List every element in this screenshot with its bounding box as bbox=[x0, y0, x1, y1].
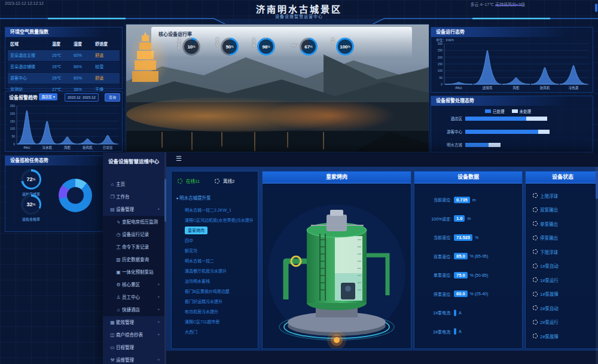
progress-ring: 67% bbox=[300, 38, 318, 56]
sidebar-item-核心景区[interactable]: ⚙核心景区˅ bbox=[103, 279, 164, 291]
query-button[interactable]: 查询 bbox=[105, 93, 120, 102]
device-data-unit: A bbox=[459, 311, 462, 315]
table-row: 游客中心26℃60%舒适 bbox=[8, 73, 120, 84]
sidebar-item-运维管理[interactable]: ⚒运维管理˅ bbox=[103, 354, 164, 364]
gear-status-icon bbox=[533, 221, 538, 226]
gear-status-icon bbox=[533, 249, 538, 254]
tree-item[interactable]: 明水古城一控二2.2KW_1 bbox=[172, 205, 258, 215]
chart-label: 100 bbox=[10, 127, 16, 130]
device-data-label: 双泵液位: bbox=[418, 253, 454, 259]
chevron-down-icon: ▾ bbox=[53, 95, 55, 99]
bar-track bbox=[465, 143, 582, 147]
device-data-label: 100%设定: bbox=[418, 216, 454, 222]
tree-item[interactable]: 明水古城一控二 bbox=[172, 256, 258, 266]
device-status-item: 停泵输出 bbox=[533, 234, 558, 241]
inspection-stat-label: 巡检合格率 bbox=[11, 216, 51, 222]
caret-down-icon: ▾ bbox=[176, 197, 178, 200]
sidebar-item-快捷酒店[interactable]: ⌂快捷酒店˅ bbox=[103, 304, 164, 316]
tree-item[interactable]: 布坊机房污水提升 bbox=[172, 307, 258, 317]
device-data-row: 100%设定:1.0m bbox=[418, 215, 471, 223]
sidebar-menu: ⌂主页❐工作台▤设备管理˄ϟ变配电房低压监测◷设备运行记录工命令下发记录▥历史数… bbox=[103, 178, 164, 364]
gear-status-icon bbox=[533, 235, 538, 240]
device-status-header: 设备状态 bbox=[526, 172, 598, 183]
tree-root[interactable]: ▾ 明水古城提升泵 bbox=[176, 194, 211, 201]
sidebar-item-设备运行记录[interactable]: ◷设备运行记录 bbox=[103, 228, 164, 241]
date-range-input[interactable]: 2023.12 2023.12 bbox=[65, 93, 99, 102]
device-data-unit: % (25-40) bbox=[470, 292, 489, 296]
cell-area: 亚朵酒店主楼 bbox=[10, 50, 52, 61]
device-data-unit: % (85-95) bbox=[470, 254, 489, 258]
run-trend-panel: 设备运行态势 单位：KW/h 050100150200250300PAU送排风风… bbox=[431, 27, 593, 93]
sidebar-item-工作台[interactable]: ❐工作台 bbox=[103, 191, 164, 203]
chart-label: 冷水机 bbox=[42, 145, 52, 150]
cell-area: 亚朵酒店辅楼 bbox=[10, 62, 52, 72]
device-status-label: 单泵输出 bbox=[540, 221, 558, 227]
device-data-label: 当前液位: bbox=[418, 234, 454, 240]
device-status-label: 上限浮球 bbox=[540, 192, 558, 199]
tree-item[interactable]: 鲜花坊 bbox=[172, 246, 258, 256]
sidebar-item-主页[interactable]: ⌂主页 bbox=[103, 178, 164, 191]
chart-label: PAU bbox=[23, 146, 30, 149]
device-data-row: 停泵液位:60.0% (25-40) bbox=[418, 290, 488, 298]
run-record-icon: ◷ bbox=[115, 228, 122, 241]
alarm-trend-chart: 050100150200250PAU冷水机风柜新风机日常巡 bbox=[7, 103, 121, 151]
tree-item[interactable]: 大西门 bbox=[172, 327, 258, 337]
device-data-unit: % (50-85) bbox=[470, 273, 489, 277]
sidebar-item-变配电房低压监测[interactable]: ϟ变配电房低压监测 bbox=[103, 216, 164, 228]
column-header: 舒适度 bbox=[95, 39, 122, 50]
sidebar-item-商户综合抄表[interactable]: ◫商户综合抄表˅ bbox=[103, 329, 164, 341]
tree-item[interactable]: 清照C区711超市旁 bbox=[172, 317, 258, 327]
core-gauge: 输送泵50% bbox=[215, 38, 239, 56]
sidebar-item-命令下发记录[interactable]: 工命令下发记录 bbox=[103, 241, 164, 253]
tree-item[interactable]: 四中 bbox=[172, 235, 258, 246]
pump-station-panel: 皇家烤肉 bbox=[262, 171, 411, 349]
sidebar-item-设备管理[interactable]: ▤设备管理˄ bbox=[103, 203, 164, 216]
table-row: 亚朵酒店主楼26℃60%舒适 bbox=[8, 50, 120, 61]
gauge-label: PAU bbox=[292, 44, 298, 47]
gauge-label: 输送泵 bbox=[215, 38, 219, 47]
chevron-down-icon: ˅ bbox=[157, 291, 160, 304]
core-gauge: 冷热源98% bbox=[252, 38, 275, 56]
device-data-row: 当前液位:0.735m bbox=[418, 195, 476, 204]
sidebar-item-历史数据查询[interactable]: ▥历史数据查询 bbox=[103, 253, 164, 266]
page-scrollbar-thumb[interactable] bbox=[595, 4, 597, 12]
sidebar-item-label: 日程管理 bbox=[116, 341, 134, 354]
sidebar-item-日程管理[interactable]: ▭日程管理 bbox=[103, 341, 164, 354]
device-status-item: 1#泵自动 bbox=[533, 262, 559, 270]
device-data-value bbox=[454, 328, 456, 335]
device-data-value: 60.0 bbox=[454, 290, 468, 297]
chart-label: 250 bbox=[438, 48, 443, 52]
app-content: 在线11 离线2 ▾ 明水古城提升泵 明水古城一控二2.2KW_1清照C区河边机… bbox=[166, 167, 598, 364]
content-scrollbar[interactable] bbox=[596, 167, 598, 364]
sidebar-item-能效管理[interactable]: ▦能效管理˅ bbox=[103, 316, 164, 329]
online-status: 在线11 bbox=[178, 178, 200, 184]
tree-item[interactable]: 衙门B区黑桃炒鸡旁边屋 bbox=[172, 286, 258, 296]
person-icon: ♙ bbox=[115, 291, 122, 304]
column-header: 湿度 bbox=[74, 39, 95, 50]
device-data-label: 2#泵电流: bbox=[418, 329, 454, 335]
workbench-icon: ❐ bbox=[109, 191, 116, 203]
window-footer bbox=[166, 351, 598, 364]
pump-station-header: 皇家烤肉 bbox=[263, 172, 411, 183]
alarm-handle-title: 设备报警处理态势 bbox=[431, 96, 593, 106]
device-status-label: 2#泵运行 bbox=[540, 319, 559, 325]
scenic-photo: 核心设备运行率 送排风机10%输送泵50%冷热源98%PAU67%电梯100% bbox=[126, 24, 429, 152]
device-data-unit: m bbox=[472, 198, 476, 202]
tree-item[interactable]: 冶坊明水客栈 bbox=[172, 276, 258, 286]
gear-icon: ⚙ bbox=[115, 279, 122, 291]
station-tree-panel: 在线11 离线2 ▾ 明水古城提升泵 明水古城一控二2.2KW_1清照C区河边机… bbox=[171, 171, 258, 349]
sidebar: 设备设施智慧运维中心 ⌂主页❐工作台▤设备管理˄ϟ变配电房低压监测◷设备运行记录… bbox=[103, 152, 166, 364]
alarm-handle-legend: 已处理未处理 bbox=[485, 108, 531, 114]
table-header: 区域温度湿度舒适度 bbox=[8, 39, 120, 50]
sidebar-title: 设备设施智慧运维中心 bbox=[108, 157, 159, 164]
tree-item[interactable]: 清照C区河边机房(水世界旁)污水提升 bbox=[172, 215, 258, 225]
progress-ring: 98% bbox=[257, 38, 275, 56]
tree-item[interactable]: 衙门好运糕污水提升 bbox=[172, 296, 258, 307]
tree-item-selected[interactable]: 皇家烤肉 bbox=[185, 227, 208, 234]
sidebar-item-一体化预制泵站[interactable]: ▣一体化预制泵站 bbox=[103, 266, 164, 279]
sidebar-item-员工中心[interactable]: ♙员工中心˅ bbox=[103, 291, 164, 304]
area-dropdown[interactable]: 酒店区 ▾ bbox=[39, 93, 57, 100]
menu-collapse-icon[interactable]: ☰ bbox=[176, 155, 182, 163]
device-status-label: 双泵输出 bbox=[540, 206, 558, 213]
tree-item[interactable]: 清真餐厅机房污水提升 bbox=[172, 266, 258, 276]
